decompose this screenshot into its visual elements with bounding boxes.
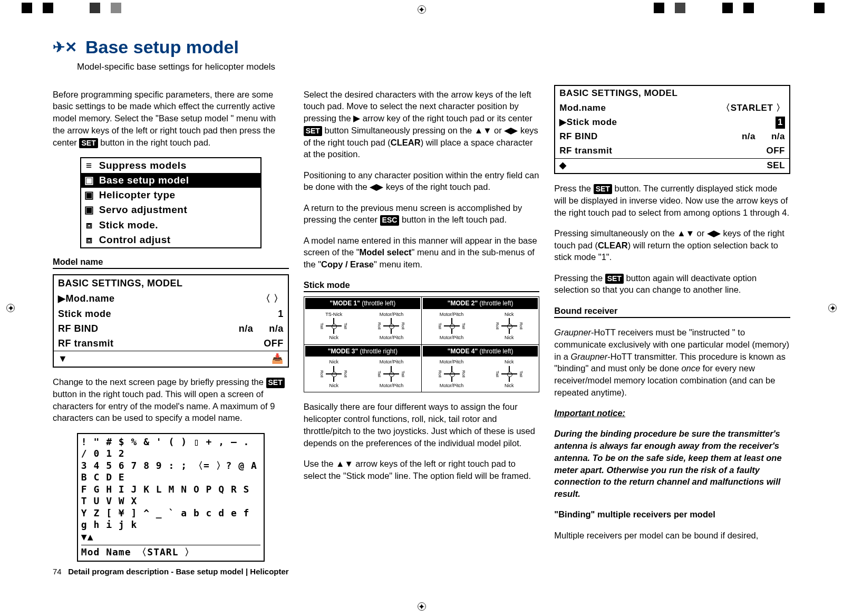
esc-button: ESC [380,215,400,225]
section-model-name: Model name [53,256,289,269]
deactivate-paragraph: Pressing the SET button again will deact… [554,272,790,296]
page-subtitle: Model-specific base settings for helicop… [77,62,790,72]
helicopter-icon: ✈✕ [53,38,77,56]
stick-mode-diagram: "MODE 1" (throttle left) TS-NickTailTail… [304,296,540,392]
set-button: SET [304,126,322,136]
model-name-paragraph: A model name entered in this manner will… [304,235,540,271]
column-2: Select the desired characters with the a… [304,80,540,568]
bound-receiver-paragraph: Graupner-HoTT receivers must be "instruc… [554,326,790,399]
menu-screen: ≡Suppress models ▣Base setup model ▣Heli… [80,157,261,248]
return-paragraph: A return to the previous menu screen is … [304,202,540,226]
character-entry-screen: ! " # $ % & ' ( ) ▯ + , – . / 0 1 2 3 4 … [77,433,265,562]
clear-paragraph: Pressing simultaneously on the ▲▼ or ◀▶ … [554,227,790,263]
section-stick-mode: Stick mode [304,279,540,292]
section-bound-receiver: Bound receiver [554,305,790,318]
stick-select-paragraph: Use the ▲▼ arrow keys of the left or rig… [304,458,540,482]
basic-settings-screen-2: BASIC SETTINGS, MODEL Mod.name〈STARLET 〉… [554,85,790,174]
page-title: ✈✕ Base setup model [53,37,790,57]
binding-heading: "Binding" multiple receivers per model [554,508,790,521]
press-set-paragraph: Press the SET button. The currently disp… [554,182,790,218]
change-page-paragraph: Change to the next screen page by briefl… [53,376,289,424]
intro-paragraph: Before programming specific parameters, … [53,89,289,149]
select-chars-paragraph: Select the desired characters with the a… [304,89,540,161]
binding-text: Multiple receivers per model can be boun… [554,530,790,542]
basic-settings-screen-1: BASIC SETTINGS, MODEL ▶Mod.name〈 〉 Stick… [53,274,289,368]
column-1: Before programming specific parameters, … [53,80,289,568]
set-button: SET [605,274,624,284]
stick-explain-paragraph: Basically there are four different ways … [304,401,540,449]
set-button: SET [79,138,98,148]
page-footer: 74 Detail program description - Base set… [53,567,289,576]
column-3: BASIC SETTINGS, MODEL Mod.name〈STARLET 〉… [554,80,790,568]
important-notice-heading: Important notice: [554,407,790,419]
important-notice-text: During the binding procedure be sure the… [554,428,790,500]
title-text: Base setup model [85,37,239,57]
set-button: SET [594,184,612,194]
set-button: SET [266,378,285,388]
positioning-paragraph: Positioning to any character position wi… [304,169,540,194]
